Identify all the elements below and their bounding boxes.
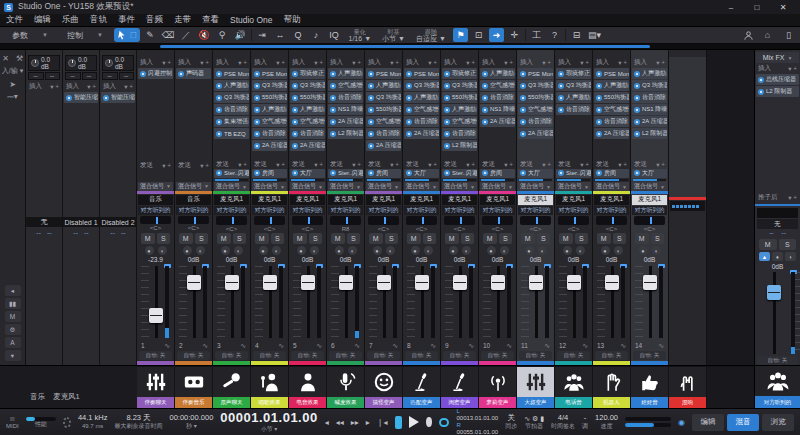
insert-item[interactable]: Q3 均衡器1 xyxy=(632,80,667,91)
waveform-icon[interactable]: ∿ xyxy=(202,342,208,350)
channel-output-dropdown[interactable]: 混合信号▼ xyxy=(518,182,553,191)
waveform-icon[interactable]: ∿ xyxy=(316,342,322,350)
return-to-start-button[interactable]: ❘◂ xyxy=(377,418,388,427)
fader-cap[interactable] xyxy=(263,275,277,290)
insert-item[interactable]: 空气感增强 xyxy=(404,104,439,115)
insert-item[interactable]: 瑕疵修正 xyxy=(442,68,477,79)
secondary-time-display[interactable]: 00:00:00.000 秒 ▾ xyxy=(170,414,214,430)
automation-mode[interactable]: 自动: 关 xyxy=(253,351,286,360)
insert-item[interactable]: 2A 压缩器 xyxy=(328,116,363,127)
channel-insert-header[interactable]: 插入▾ + xyxy=(175,57,212,68)
channel-send-header[interactable]: 发送▾ + xyxy=(175,160,212,171)
menu-item-查看[interactable]: 查看 xyxy=(202,14,219,26)
insert-item[interactable]: PSE Mono xyxy=(518,68,553,79)
talkback-button[interactable]: ♦ xyxy=(772,252,783,261)
insert-item[interactable]: L2 限制器 xyxy=(328,128,363,139)
channel-send-header[interactable]: 发送▾ + xyxy=(289,160,326,169)
insert-item[interactable]: 集束增强器 xyxy=(214,116,249,127)
channel-name[interactable]: 麦克风1 xyxy=(252,195,287,205)
insert-item[interactable]: 空气感增强1 xyxy=(290,116,325,127)
insert-item[interactable]: 2A 压缩器 xyxy=(404,128,439,139)
record-arm-icon[interactable]: ● xyxy=(297,246,306,255)
quantize-dropdown[interactable]: 量化 1/16▼ xyxy=(345,29,376,42)
range-tool-icon[interactable]: ⬚ xyxy=(130,31,137,39)
input-gain-knob[interactable]: 0.0 dB xyxy=(28,55,60,71)
send-item[interactable]: 房间 xyxy=(366,169,401,178)
send-level-bar[interactable] xyxy=(291,179,324,181)
loop-range-display[interactable]: L 00013.01.01.00 R 00055.01.01.00 xyxy=(456,408,498,435)
maximize-button[interactable]: □ xyxy=(744,0,770,14)
automation-mode[interactable]: 自动: 关 xyxy=(139,351,172,360)
channel-send-header[interactable]: 发送▾ + xyxy=(479,160,516,169)
waveform-icon[interactable]: ∿ xyxy=(354,342,360,350)
menu-item-事件[interactable]: 事件 xyxy=(118,14,135,26)
send-item[interactable]: 房间 xyxy=(480,169,515,178)
insert-item[interactable]: NS1 降噪 xyxy=(328,104,363,115)
channel-send-header[interactable]: 发送▾ + xyxy=(517,160,554,169)
insert-item[interactable]: 550均衡器 xyxy=(442,92,477,103)
loop-button[interactable] xyxy=(439,418,449,427)
waveform-icon[interactable]: ∿ xyxy=(658,342,664,350)
input-insert-header[interactable]: 插入▾ + xyxy=(26,81,62,92)
insert-item[interactable]: 人声激励器 xyxy=(214,80,249,91)
sync-toggle[interactable]: 关 同步 xyxy=(505,414,517,430)
channel-name[interactable]: 麦克风1 xyxy=(366,195,401,205)
solo-button[interactable]: S xyxy=(499,233,513,244)
mute-button[interactable]: M xyxy=(597,233,611,244)
solo-button[interactable]: S xyxy=(309,233,323,244)
monitor-icon[interactable]: ◖ xyxy=(652,246,661,255)
pan-slider[interactable] xyxy=(634,216,665,225)
insert-item[interactable]: 人声激励器 xyxy=(252,104,287,115)
insert-item[interactable]: 550均衡器 xyxy=(252,92,287,103)
channel-insert-header[interactable]: 插入▾ + xyxy=(365,57,402,68)
insert-item[interactable]: 齿音消除 xyxy=(404,116,439,127)
insert-item[interactable]: 齿音消除 xyxy=(214,104,249,115)
monitor-icon[interactable]: ◖ xyxy=(310,246,319,255)
plugin-icon[interactable]: ⎓▾ xyxy=(8,92,18,102)
waveform-icon[interactable]: ∿ xyxy=(544,342,550,350)
fader-cap[interactable] xyxy=(301,275,315,290)
send-level-bar[interactable] xyxy=(557,179,590,181)
record-arm-icon[interactable]: ● xyxy=(259,246,268,255)
channel-name[interactable]: 音乐 xyxy=(176,195,211,205)
input-name[interactable]: Disabled 1 xyxy=(63,217,99,227)
channel-name[interactable]: 音乐 xyxy=(138,195,173,205)
mute-button[interactable]: M xyxy=(635,233,649,244)
bend-tool-icon[interactable]: ⚲ xyxy=(215,28,230,42)
insert-item[interactable]: TB EZQ xyxy=(214,128,249,139)
input-gain-knob[interactable]: 0.0 dB xyxy=(65,55,97,71)
settings-icon[interactable]: ⚙ xyxy=(5,324,21,335)
fader-cap[interactable] xyxy=(415,275,429,290)
fader-cap[interactable] xyxy=(377,275,391,290)
solo-button[interactable]: S xyxy=(613,233,627,244)
input-insert-header[interactable]: 插入▾ + xyxy=(63,81,99,92)
follow-dropdown[interactable]: 跟随 自适应▼ xyxy=(412,29,450,42)
monitor-icon[interactable]: ◖ xyxy=(424,246,433,255)
automation-mode[interactable]: 自动: 关 xyxy=(443,351,476,360)
insert-item[interactable]: 空气感增强 xyxy=(366,116,401,127)
timebase-dropdown[interactable]: 时基 小节▼ xyxy=(378,29,409,42)
phone-icon[interactable]: ▯ xyxy=(781,28,796,42)
crosshair-icon[interactable]: ✛ xyxy=(507,28,522,42)
insert-item[interactable]: Q3 均衡器2 xyxy=(404,80,439,91)
menu-item-帮助[interactable]: 帮助 xyxy=(284,14,301,26)
waveform-icon[interactable]: ∿ xyxy=(582,342,588,350)
monitor-icon[interactable]: ◖ xyxy=(538,246,547,255)
channel-insert-header[interactable]: 插入▾ + xyxy=(251,57,288,68)
monitor-icon[interactable]: ◖ xyxy=(614,246,623,255)
group-tab-mic[interactable]: 麦克风1 xyxy=(53,392,80,402)
insert-item[interactable]: Q3 均衡器1 xyxy=(214,92,249,103)
send-level-bar[interactable] xyxy=(595,179,628,181)
video-icon[interactable]: ⊟ xyxy=(569,28,584,42)
plug-b-icon[interactable]: ⎓ xyxy=(45,72,61,80)
group-tab-music[interactable]: 音乐 xyxy=(30,392,45,402)
preset-tile-萝莉变声[interactable]: 萝莉变声 xyxy=(479,367,516,408)
snap-box-icon[interactable]: ⊡ xyxy=(471,28,486,42)
insert-item[interactable]: 550均衡器 xyxy=(518,92,553,103)
next-bar-button[interactable]: ▸ xyxy=(366,418,370,427)
waveform-icon[interactable]: ∿ xyxy=(164,342,170,350)
channel-send-header[interactable]: 发送▾ + xyxy=(365,160,402,169)
insert-item[interactable]: 齿音消除 xyxy=(366,128,401,139)
preset-tile-电话音[interactable]: 电话音 xyxy=(555,367,592,408)
preset-tile-搞怪变声[interactable]: 搞怪变声 xyxy=(365,367,402,408)
